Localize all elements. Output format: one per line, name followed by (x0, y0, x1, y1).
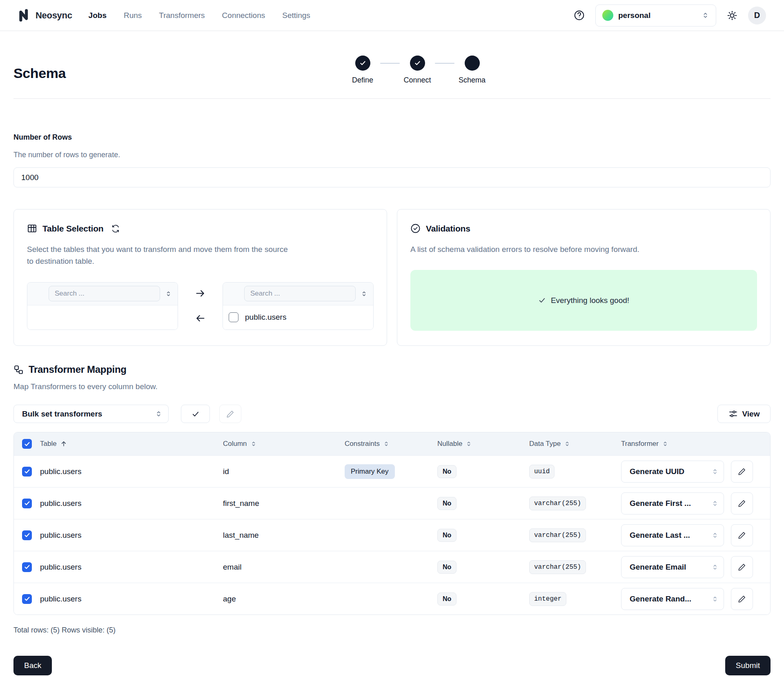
validation-success-box: Everything looks good! (410, 270, 757, 331)
edit-transformer-button[interactable] (731, 556, 753, 578)
nav-item-transformers[interactable]: Transformers (159, 11, 205, 20)
nav-item-settings[interactable]: Settings (282, 11, 310, 20)
workspace-name: personal (618, 11, 697, 20)
sort-icon (250, 441, 257, 447)
step-connector (380, 63, 400, 64)
step-label: Connect (403, 76, 431, 85)
row-column-name: first_name (223, 499, 345, 508)
sort-icon (662, 441, 668, 447)
column-header-constraints[interactable]: Constraints (345, 440, 437, 448)
mapping-table-body: public.users id Primary Key No uuid Gene… (14, 455, 770, 615)
move-right-button[interactable] (195, 288, 206, 299)
item-label: public.users (245, 313, 286, 322)
view-button[interactable]: View (717, 405, 771, 423)
nullable-badge: No (437, 529, 457, 542)
column-header-table[interactable]: Table (40, 440, 223, 448)
pencil-icon (738, 468, 746, 476)
table-selection-card: Table Selection Select the tables that y… (13, 209, 387, 346)
mapping-toolbar: Bulk set transformers View (13, 405, 771, 423)
transformer-select[interactable]: Generate Email (621, 556, 724, 578)
datatype-badge: uuid (529, 465, 555, 479)
column-header-datatype[interactable]: Data Type (529, 440, 621, 448)
step-connector (435, 63, 454, 64)
edit-transformer-button[interactable] (731, 461, 753, 483)
edit-transformer-button[interactable] (731, 588, 753, 610)
back-button[interactable]: Back (13, 656, 52, 675)
transformer-select[interactable]: Generate Last ... (621, 524, 724, 546)
row-column-name: id (223, 467, 345, 476)
page-header: Schema Define Connect Schema (13, 56, 771, 85)
row-column-name: last_name (223, 531, 345, 540)
step-label: Define (352, 76, 373, 85)
view-button-label: View (742, 410, 760, 419)
step-label: Schema (459, 76, 486, 85)
source-sort-button[interactable] (163, 289, 174, 299)
number-of-rows-label: Number of Rows (13, 133, 771, 142)
destination-search-input[interactable] (244, 286, 356, 301)
move-left-button[interactable] (195, 313, 206, 324)
dual-listbox: public.users (27, 282, 374, 330)
sliders-icon (728, 409, 738, 419)
refresh-icon[interactable] (111, 224, 120, 233)
circle-question-icon (574, 10, 585, 21)
number-of-rows-input[interactable] (13, 167, 771, 187)
nav-item-runs[interactable]: Runs (124, 11, 142, 20)
nullable-badge: No (437, 592, 457, 606)
column-header-transformer[interactable]: Transformer (621, 440, 770, 448)
user-avatar[interactable]: D (748, 7, 766, 24)
edit-transformer-button[interactable] (731, 524, 753, 546)
step-done-check-icon (410, 56, 425, 71)
sort-ascending-icon (60, 440, 67, 448)
number-of-rows-field: Number of Rows The number of rows to gen… (13, 133, 771, 187)
column-header-nullable[interactable]: Nullable (437, 440, 529, 448)
transformer-select[interactable]: Generate Rand... (621, 588, 724, 610)
row-checkbox[interactable] (22, 467, 32, 477)
table-summary: Total rows: (5) Rows visible: (5) (13, 626, 771, 635)
submit-button[interactable]: Submit (725, 656, 771, 675)
row-checkbox[interactable] (22, 562, 32, 572)
edit-bulk-button[interactable] (219, 405, 241, 423)
transformer-select-label: Generate First ... (630, 499, 691, 508)
edit-transformer-button[interactable] (731, 492, 753, 514)
pencil-icon (738, 595, 746, 603)
row-checkbox[interactable] (22, 499, 32, 508)
validations-card: Validations A list of schema validation … (397, 209, 771, 346)
transformer-select-label: Generate Email (630, 563, 686, 572)
bulk-select-label: Bulk set transformers (22, 410, 102, 419)
item-checkbox[interactable] (229, 312, 238, 322)
theme-toggle-button[interactable] (727, 10, 737, 21)
column-header-column[interactable]: Column (223, 440, 345, 448)
table-row: public.users first_name No varchar(255) … (14, 487, 770, 519)
apply-bulk-button[interactable] (181, 405, 210, 423)
row-column-name: email (223, 563, 345, 572)
source-search-input[interactable] (49, 286, 160, 301)
column-header-label: Nullable (437, 440, 462, 448)
pencil-icon (738, 499, 746, 508)
brand[interactable]: Neosync (18, 9, 72, 22)
nav-item-connections[interactable]: Connections (222, 11, 265, 20)
mapping-table-header: Table Column Constraints Nullable (14, 432, 770, 455)
workspace-selector[interactable]: personal (595, 4, 716, 27)
column-header-label: Data Type (529, 440, 561, 448)
step-define: Define (345, 56, 380, 85)
datatype-badge: integer (529, 592, 566, 606)
bulk-set-transformers-select[interactable]: Bulk set transformers (13, 405, 169, 423)
transformer-mapping-description: Map Transformers to every column below. (13, 382, 771, 391)
row-checkbox[interactable] (22, 594, 32, 604)
table-row: public.users age No integer Generate Ran… (14, 583, 770, 615)
table-selection-description: Select the tables that you want to trans… (27, 243, 288, 267)
help-button[interactable] (574, 10, 585, 21)
transformer-select[interactable]: Generate UUID (621, 461, 724, 483)
transformer-select[interactable]: Generate First ... (621, 492, 724, 514)
column-header-label: Table (40, 440, 57, 448)
validation-success-message: Everything looks good! (551, 296, 629, 305)
datatype-badge: varchar(255) (529, 560, 586, 574)
step-connect: Connect (400, 56, 435, 85)
select-all-checkbox[interactable] (22, 439, 32, 449)
nav-item-jobs[interactable]: Jobs (89, 11, 107, 20)
row-checkbox[interactable] (22, 530, 32, 540)
destination-sort-button[interactable] (359, 289, 369, 299)
table-grid-icon (27, 223, 37, 234)
pencil-icon (738, 531, 746, 539)
sun-icon (727, 10, 737, 21)
